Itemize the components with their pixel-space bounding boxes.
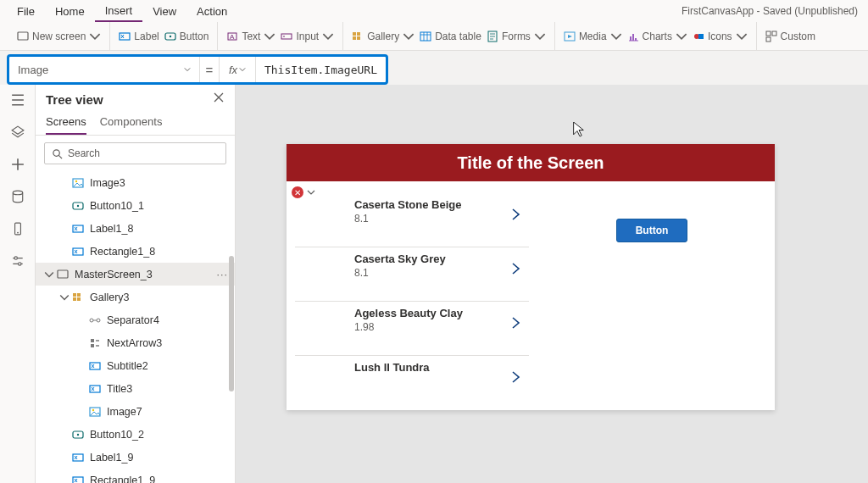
cursor-icon xyxy=(573,122,585,137)
chevron-down-icon xyxy=(239,66,246,73)
custom-label: Custom xyxy=(781,31,815,42)
media-icon xyxy=(564,31,576,42)
input-label: Input xyxy=(296,31,319,42)
nextarrow-icon xyxy=(88,336,102,350)
gallery-item[interactable]: Caserta Stone Beige8.1 xyxy=(295,193,529,247)
chevron-down-icon xyxy=(403,31,415,42)
tree-node-label: MasterScreen_3 xyxy=(75,269,153,280)
charts-label: Charts xyxy=(643,31,672,42)
insert-button-button[interactable]: Button xyxy=(164,31,209,42)
image-icon xyxy=(71,176,85,190)
label-icon xyxy=(71,245,85,258)
tree-node-Label1_9[interactable]: Label1_9 xyxy=(36,446,235,469)
next-arrow-icon[interactable] xyxy=(510,317,522,332)
tree-node-MasterScreen_3[interactable]: MasterScreen_3··· xyxy=(36,263,235,286)
tree-node-Rectangle1_9[interactable]: Rectangle1_9 xyxy=(36,469,235,483)
text-icon xyxy=(226,31,238,42)
tree-view-panel: Tree view Screens Components Search Imag… xyxy=(36,85,236,483)
media-label: Media xyxy=(579,31,607,42)
media-rail-button[interactable] xyxy=(9,220,26,237)
equals-label: = xyxy=(200,57,220,82)
tree-node-NextArrow3[interactable]: NextArrow3 xyxy=(36,331,235,354)
data-rail-button[interactable] xyxy=(9,188,26,205)
formula-input[interactable]: ThisItem.ImageURL xyxy=(256,57,386,82)
canvas[interactable]: Title of the Screen ✕ Caserta Stone Beig… xyxy=(236,85,868,483)
separator-icon xyxy=(88,314,102,327)
formula-bar: Image = fx ThisItem.ImageURL xyxy=(7,54,388,85)
gallery-item-title: Ageless Beauty Clay xyxy=(354,307,522,319)
media-dropdown[interactable]: Media xyxy=(564,31,622,42)
icons-dropdown[interactable]: Icons xyxy=(693,31,748,42)
insert-label-button[interactable]: Label xyxy=(119,31,159,42)
new-screen-button[interactable]: New screen xyxy=(17,31,101,42)
advanced-rail-button[interactable] xyxy=(9,253,26,269)
tab-screens[interactable]: Screens xyxy=(46,110,86,135)
charts-dropdown[interactable]: Charts xyxy=(627,31,687,42)
gallery-item[interactable]: Lush II Tundra xyxy=(295,356,529,410)
menu-insert[interactable]: Insert xyxy=(95,1,143,22)
gallery-icon xyxy=(352,31,364,42)
menu-view[interactable]: View xyxy=(142,2,186,21)
next-arrow-icon[interactable] xyxy=(510,371,522,386)
fx-button[interactable]: fx xyxy=(220,57,256,82)
treeview-rail-button[interactable] xyxy=(9,124,26,141)
tree-node-label: Image7 xyxy=(107,406,142,418)
tree-node-Subtitle2[interactable]: Subtitle2 xyxy=(36,354,235,377)
app-screen[interactable]: Title of the Screen ✕ Caserta Stone Beig… xyxy=(287,144,775,410)
gallery-item[interactable]: Ageless Beauty Clay1.98 xyxy=(295,302,529,356)
ribbon: New screen Label Button Text Input Galle… xyxy=(0,22,868,51)
insert-rail-button[interactable] xyxy=(9,156,26,173)
gallery-dropdown[interactable]: Gallery xyxy=(352,31,415,42)
icons-label: Icons xyxy=(708,31,732,42)
next-arrow-icon[interactable] xyxy=(510,208,522,224)
tree-node-Title3[interactable]: Title3 xyxy=(36,377,235,400)
tree-node-Button10_1[interactable]: Button10_1 xyxy=(36,194,235,217)
tree-node-label: NextArrow3 xyxy=(107,337,162,349)
chevron-down-icon xyxy=(184,66,191,73)
tree-node-Image3[interactable]: Image3 xyxy=(36,171,235,194)
insert-label-text: Label xyxy=(134,31,159,42)
next-arrow-icon[interactable] xyxy=(510,263,522,278)
tree-node-Rectangle1_8[interactable]: Rectangle1_8 xyxy=(36,240,235,263)
tree-view-title: Tree view xyxy=(46,92,103,107)
button-icon xyxy=(164,31,176,42)
text-dropdown[interactable]: Text xyxy=(226,31,275,42)
property-selector[interactable]: Image xyxy=(9,57,200,82)
menu-home[interactable]: Home xyxy=(45,2,95,21)
tree-node-Button10_2[interactable]: Button10_2 xyxy=(36,423,235,446)
tree-node-Image7[interactable]: Image7 xyxy=(36,400,235,423)
tree-search-input[interactable]: Search xyxy=(44,142,226,164)
tree-node-label: Label1_9 xyxy=(90,452,133,464)
tree-scrollbar[interactable] xyxy=(229,256,234,391)
menu-file[interactable]: File xyxy=(7,2,45,21)
tree-node-Separator4[interactable]: Separator4 xyxy=(36,308,235,331)
tree-node-label: Button10_2 xyxy=(90,429,144,441)
gallery-item[interactable]: Caserta Sky Grey8.1 xyxy=(295,247,529,302)
app-title: FirstCanvasApp - Saved (Unpublished) xyxy=(671,2,861,20)
menu-action[interactable]: Action xyxy=(186,2,237,21)
screen-title-bar: Title of the Screen xyxy=(287,144,775,181)
gallery-control[interactable]: Caserta Stone Beige8.1Caserta Sky Grey8.… xyxy=(295,181,529,410)
custom-button[interactable]: Custom xyxy=(765,31,815,42)
chevron-down-icon xyxy=(736,31,748,42)
input-dropdown[interactable]: Input xyxy=(281,31,334,42)
close-panel-button[interactable] xyxy=(213,92,225,107)
datatable-button[interactable]: Data table xyxy=(420,31,481,42)
custom-icon xyxy=(765,31,777,42)
tree-node-Gallery3[interactable]: Gallery3 xyxy=(36,286,235,308)
screen-icon xyxy=(56,268,70,281)
datatable-label: Data table xyxy=(435,31,481,42)
label-icon xyxy=(71,474,85,484)
hamburger-button[interactable] xyxy=(9,92,26,108)
canvas-button[interactable]: Button xyxy=(616,219,688,242)
label-icon xyxy=(71,222,85,236)
tree-list: Image3Button10_1Label1_8Rectangle1_8Mast… xyxy=(36,171,235,483)
tree-node-label: Rectangle1_8 xyxy=(90,246,155,258)
label-icon xyxy=(88,382,102,396)
tree-node-Label1_8[interactable]: Label1_8 xyxy=(36,217,235,240)
label-icon xyxy=(71,451,85,464)
forms-dropdown[interactable]: Forms xyxy=(487,31,546,42)
screen-title: Title of the Screen xyxy=(457,153,604,173)
more-button[interactable]: ··· xyxy=(217,269,228,280)
tab-components[interactable]: Components xyxy=(100,110,163,135)
